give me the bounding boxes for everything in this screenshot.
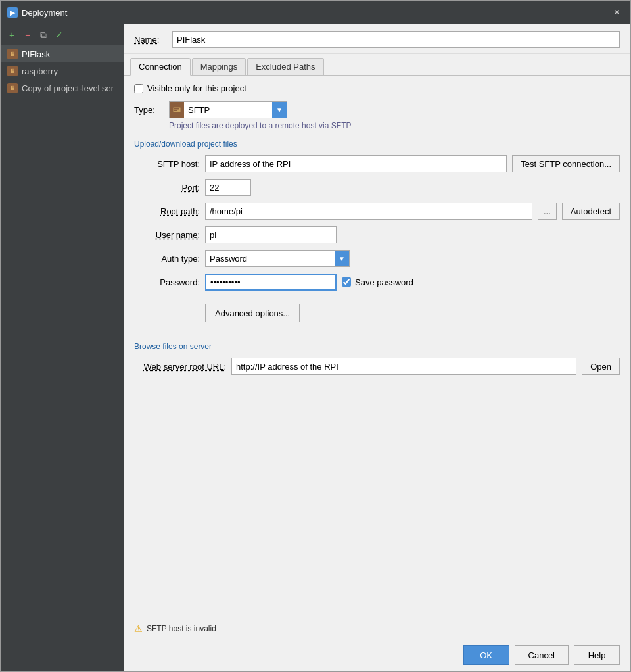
dialog-icon: ▶: [7, 7, 18, 18]
sftp-host-input[interactable]: [205, 155, 507, 172]
password-input[interactable]: [205, 274, 337, 291]
upload-section-header: Upload/download project files: [134, 139, 620, 149]
auth-type-dropdown-arrow[interactable]: ▼: [335, 251, 349, 266]
auth-type-select[interactable]: Password ▼: [205, 250, 350, 267]
sidebar-item-copy[interactable]: 🖥 Copy of project-level ser: [1, 80, 124, 97]
auth-type-label: Auth type:: [134, 254, 200, 264]
tab-mappings[interactable]: Mappings: [192, 58, 246, 75]
name-label: Name:: [134, 35, 167, 45]
sidebar-item-label-3: Copy of project-level ser: [22, 84, 114, 93]
remove-server-button[interactable]: −: [20, 28, 35, 42]
type-row: Type: SFTP ▼: [134, 101, 620, 118]
password-group: Password: Save password: [134, 274, 620, 291]
type-select-text: SFTP: [184, 105, 272, 115]
auth-type-text: Password: [206, 254, 335, 264]
username-group: User name:: [134, 226, 620, 243]
save-password-row: Save password: [342, 277, 413, 287]
autodetect-button[interactable]: Autodetect: [562, 203, 620, 220]
main-content: + − ⧉ ✓ 🖥 PIFlask 🖥 raspberry 🖥 Copy of …: [1, 24, 630, 671]
server-icon-2: 🖥: [7, 66, 18, 76]
sftp-host-group: SFTP host: Test SFTP connection...: [134, 155, 620, 172]
ok-button[interactable]: OK: [463, 645, 509, 665]
username-label: User name:: [134, 230, 200, 240]
right-panel: Name: Connection Mappings Excluded Paths…: [124, 24, 630, 671]
sidebar-item-raspberry[interactable]: 🖥 raspberry: [1, 62, 124, 80]
copy-server-button[interactable]: ⧉: [36, 28, 51, 42]
dialog-title: Deployment: [22, 8, 67, 18]
type-select[interactable]: SFTP ▼: [169, 101, 287, 118]
visible-only-label: Visible only for this project: [147, 84, 246, 93]
check-server-button[interactable]: ✓: [52, 28, 66, 42]
deployment-dialog: ▶ Deployment × + − ⧉ ✓ 🖥 PIFlask 🖥 raspb…: [0, 0, 631, 672]
type-info-text: Project files are deployed to a remote h…: [169, 121, 620, 130]
sidebar-item-label-2: raspberry: [22, 66, 58, 76]
sftp-host-label: SFTP host:: [134, 159, 200, 169]
tab-connection[interactable]: Connection: [130, 58, 191, 76]
sidebar-toolbar: + − ⧉ ✓: [1, 24, 124, 45]
password-label: Password:: [134, 277, 200, 287]
title-bar-left: ▶ Deployment: [7, 7, 67, 18]
visible-only-row: Visible only for this project: [134, 84, 620, 93]
sidebar-item-label: PIFlask: [22, 49, 50, 59]
auth-type-group: Auth type: Password ▼: [134, 250, 620, 267]
tab-excluded-paths[interactable]: Excluded Paths: [247, 58, 323, 75]
server-icon-3: 🖥: [7, 83, 18, 93]
status-message: SFTP host is invalid: [147, 624, 216, 633]
browse-section: Browse files on server Web server root U…: [134, 342, 620, 375]
type-label: Type:: [134, 105, 164, 115]
tab-content-connection: Visible only for this project Type: SFTP…: [124, 76, 630, 619]
server-list: 🖥 PIFlask 🖥 raspberry 🖥 Copy of project-…: [1, 45, 124, 671]
browse-root-button[interactable]: ...: [538, 203, 557, 220]
svg-rect-0: [173, 107, 181, 112]
sftp-icon: [170, 102, 184, 118]
title-bar: ▶ Deployment ×: [1, 1, 630, 24]
web-server-label: Web server root URL:: [134, 362, 226, 372]
svg-rect-1: [174, 108, 179, 110]
browse-section-header: Browse files on server: [134, 342, 620, 351]
port-group: Port:: [134, 179, 620, 196]
status-bar: ⚠ SFTP host is invalid: [124, 619, 630, 638]
bottom-bar: OK Cancel Help: [124, 638, 630, 671]
username-input[interactable]: [205, 226, 337, 243]
web-server-input[interactable]: [231, 358, 576, 375]
root-path-label: Root path:: [134, 206, 200, 216]
server-icon: 🖥: [7, 49, 18, 59]
advanced-options-button[interactable]: Advanced options...: [205, 304, 300, 322]
type-dropdown-arrow[interactable]: ▼: [272, 102, 287, 118]
add-server-button[interactable]: +: [5, 28, 19, 42]
svg-rect-2: [174, 110, 177, 112]
tabs-container: Connection Mappings Excluded Paths: [124, 54, 630, 76]
save-password-checkbox[interactable]: [342, 277, 351, 287]
cancel-button[interactable]: Cancel: [515, 645, 569, 665]
sidebar: + − ⧉ ✓ 🖥 PIFlask 🖥 raspberry 🖥 Copy of …: [1, 24, 124, 671]
test-sftp-button[interactable]: Test SFTP connection...: [512, 155, 620, 172]
help-button[interactable]: Help: [574, 645, 620, 665]
root-path-input[interactable]: [205, 203, 532, 220]
warning-icon: ⚠: [134, 623, 143, 634]
close-button[interactable]: ×: [610, 5, 624, 20]
visible-only-checkbox[interactable]: [134, 84, 143, 93]
sidebar-item-piflask[interactable]: 🖥 PIFlask: [1, 45, 124, 62]
port-input[interactable]: [205, 179, 251, 196]
port-label: Port:: [134, 183, 200, 193]
name-input[interactable]: [172, 31, 620, 48]
root-path-group: Root path: ... Autodetect: [134, 203, 620, 220]
name-row: Name:: [124, 24, 630, 54]
open-button[interactable]: Open: [582, 358, 620, 375]
web-server-url-group: Web server root URL: Open: [134, 358, 620, 375]
save-password-label: Save password: [355, 277, 413, 287]
